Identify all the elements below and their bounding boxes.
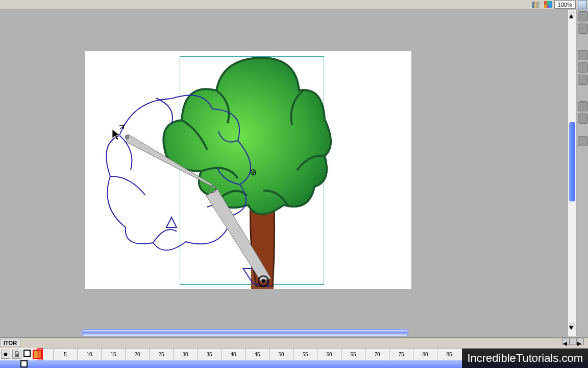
frame-mark[interactable]: 30	[173, 349, 197, 360]
color-panel-icon[interactable]	[578, 50, 588, 60]
tl-scroll-right[interactable]: ▸	[577, 338, 584, 345]
help-icon[interactable]	[578, 62, 588, 73]
timeline-scroll-buttons: ◂ ▸	[562, 338, 584, 345]
vertical-scroll-thumb[interactable]	[569, 122, 575, 201]
frame-mark[interactable]: 75	[389, 349, 413, 360]
frame-mark[interactable]: 55	[293, 349, 317, 360]
zoom-dropdown-button[interactable]	[578, 0, 587, 9]
svg-rect-7	[549, 1, 552, 8]
library-panel-icon[interactable]	[578, 113, 588, 124]
globe-icon[interactable]	[578, 11, 588, 21]
circle-panel-icon[interactable]	[578, 136, 588, 146]
color-swatches-icon[interactable]	[544, 0, 553, 9]
lock-icon[interactable]	[12, 350, 21, 359]
scroll-up-arrow[interactable]: ▴	[569, 11, 575, 17]
frame-mark[interactable]: 45	[245, 349, 269, 360]
canvas-artwork[interactable]	[90, 54, 396, 289]
svg-rect-4	[547, 1, 549, 5]
layer-outline-color[interactable]	[20, 360, 28, 367]
frame-mark[interactable]: 60	[317, 349, 341, 360]
vertical-scrollbar[interactable]: ▴ ▾	[568, 9, 577, 336]
swatches-icon[interactable]	[578, 24, 588, 34]
frame-mark[interactable]: 50	[269, 349, 293, 360]
svg-rect-6	[547, 5, 549, 8]
zoom-field[interactable]: 100%	[554, 1, 576, 9]
frame-mark[interactable]: 20	[125, 349, 149, 360]
horizontal-scrollbar[interactable]	[82, 329, 408, 336]
frame-mark[interactable]: 5	[53, 349, 77, 360]
svg-rect-0	[532, 2, 534, 8]
scroll-down-arrow[interactable]: ▾	[569, 323, 575, 329]
eye-icon[interactable]: ●	[1, 350, 10, 359]
svg-point-13	[261, 279, 265, 283]
playhead[interactable]	[37, 348, 43, 360]
right-dock	[577, 9, 588, 337]
svg-rect-2	[537, 2, 539, 8]
svg-rect-5	[544, 5, 547, 8]
frame-mark[interactable]: 70	[365, 349, 389, 360]
tl-scroll-thumb[interactable]	[570, 338, 577, 345]
outline-icon[interactable]	[23, 350, 31, 357]
frame-mark[interactable]: 85	[437, 349, 461, 360]
svg-rect-16	[15, 354, 19, 357]
frame-mark[interactable]: 35	[197, 349, 221, 360]
stage-canvas[interactable]	[85, 51, 411, 289]
align-icon[interactable]	[578, 101, 588, 111]
frame-mark[interactable]: 10	[77, 349, 101, 360]
svg-point-15	[125, 135, 129, 139]
actions-icon[interactable]	[578, 75, 588, 85]
frame-mark[interactable]: 80	[413, 349, 437, 360]
frame-mark[interactable]: 65	[341, 349, 365, 360]
svg-rect-3	[544, 1, 547, 5]
options-bar: 100%	[0, 0, 588, 9]
stage-workspace	[0, 9, 568, 337]
library-icon[interactable]	[531, 0, 541, 9]
frame-mark[interactable]: 40	[221, 349, 245, 360]
watermark-label: IncredibleTutorials.com	[462, 349, 588, 368]
svg-rect-1	[534, 2, 536, 8]
tl-scroll-left[interactable]: ◂	[562, 338, 570, 345]
editor-tab[interactable]: ITOR	[0, 339, 20, 347]
frame-mark[interactable]: 15	[101, 349, 125, 360]
frame-mark[interactable]: 25	[149, 349, 173, 360]
